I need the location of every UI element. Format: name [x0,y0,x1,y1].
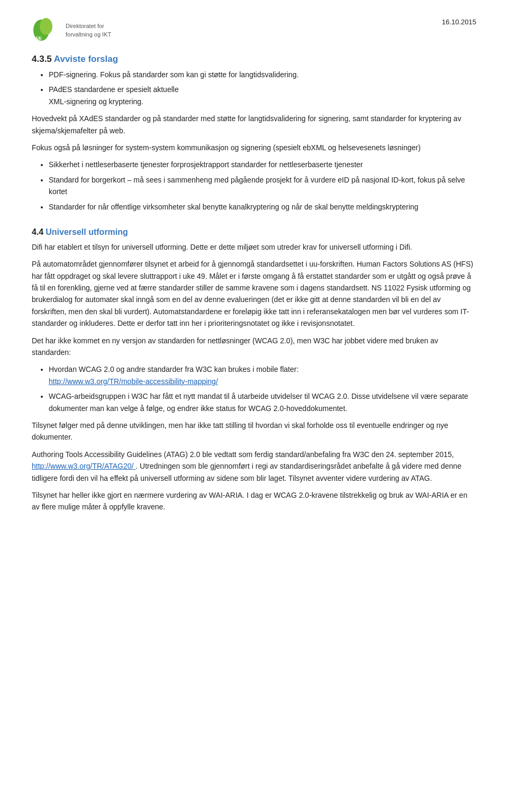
section-44-number: 4.4 [32,227,43,237]
logo-text: Direktoratet for forvaltning og IKT [66,22,111,39]
spacer [32,218,476,227]
svg-text:difi: difi [34,36,42,41]
section-435-heading: 4.3.5 Avviste forslag [32,54,476,65]
list-item-wcag-arbeidsgruppen: WCAG-arbeidsgruppen i W3C har fått et ny… [49,390,476,414]
section-435-bullets-2: Sikkerhet i nettleserbaserte tjenester f… [49,159,476,213]
section-44-para6: Tilsynet har heller ikke gjort en nærmer… [32,489,476,513]
list-item: Standard for borgerkort – må sees i samm… [49,174,476,198]
section-435-para2: Fokus også på løsninger for system-syste… [32,142,476,153]
section-44-para1: Difi har etablert et tilsyn for universe… [32,241,476,253]
logo-area: difi Direktoratet for forvaltning og IKT [32,16,111,44]
section-435-bullets-1: PDF-signering. Fokus på standarder som k… [49,69,476,107]
section-435-para1: Hovedvekt på XAdES standarder og på stan… [32,113,476,136]
list-item: Sikkerhet i nettleserbaserte tjenester f… [49,159,476,170]
bullet-text-1-before: Hvordan WCAG 2.0 og andre standarder fra… [49,365,298,373]
bullet-text-2: WCAG-arbeidsgruppen i W3C har fått et ny… [49,392,468,412]
section-44-para4: Tilsynet følger med på denne utviklingen… [32,419,476,443]
page: difi Direktoratet for forvaltning og IKT… [0,0,508,812]
section-435-title: Avviste forslag [54,54,118,65]
document-date: 16.10.2015 [442,16,476,26]
atag20-link[interactable]: http://www.w3.org/TR/ATAG20/ [32,462,135,470]
section-435-number: 4.3.5 [32,54,52,65]
section-44-title: Universell utforming [46,227,128,237]
section-44-para5: Authoring Tools Accessibility Guidelines… [32,449,476,484]
difi-logo-icon: difi [32,16,60,44]
svg-point-2 [40,18,52,35]
section-44-bullets: Hvordan WCAG 2.0 og andre standarder fra… [49,363,476,414]
section-4-4: 4.4 Universell utforming Difi har etable… [32,227,476,513]
list-item-mobile: Hvordan WCAG 2.0 og andre standarder fra… [49,363,476,387]
section-44-para3: Det har ikke kommet en ny versjon av sta… [32,335,476,359]
header: difi Direktoratet for forvaltning og IKT… [32,16,476,44]
para5-before: Authoring Tools Accessibility Guidelines… [32,450,454,459]
list-item: PAdES standardene er spesielt aktuelleXM… [49,84,476,107]
list-item: Standarder for når offentlige virksomhet… [49,201,476,213]
section-44-para2: På automatområdet gjennomfører tilsynet … [32,258,476,329]
mobile-accessibility-link[interactable]: http://www.w3.org/TR/mobile-accessibilit… [49,377,218,386]
section-4-3-5: 4.3.5 Avviste forslag PDF-signering. Fok… [32,54,476,213]
list-item: PDF-signering. Fokus på standarder som k… [49,69,476,80]
section-44-heading: 4.4 Universell utforming [32,227,476,237]
